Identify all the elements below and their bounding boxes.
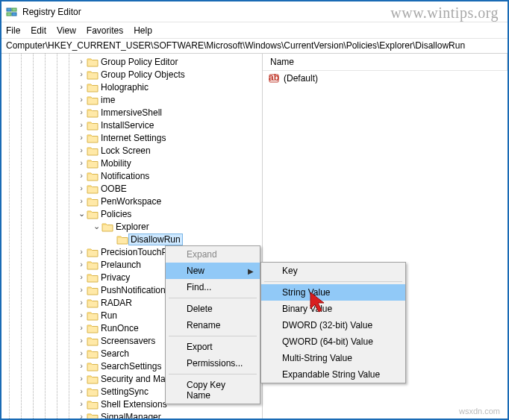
ctx-find[interactable]: Find...	[166, 279, 260, 295]
tree-node-label: Search	[101, 348, 129, 359]
chevron-right-icon[interactable]: ›	[76, 146, 87, 154]
ctx-new-string[interactable]: String Value	[261, 284, 405, 301]
tree-node[interactable]: ›Mobility	[1, 157, 262, 169]
tree-node[interactable]: ⌄Policies	[1, 207, 262, 220]
chevron-right-icon[interactable]: ›	[76, 324, 87, 332]
tree-node-label: SearchSettings	[101, 361, 161, 372]
tree-node[interactable]: ›InstallService	[1, 119, 262, 131]
ctx-new-key[interactable]: Key	[261, 263, 405, 279]
tree-node[interactable]: ›Internet Settings	[1, 131, 262, 144]
ctx-new-qword64[interactable]: QWORD (64-bit) Value	[261, 333, 405, 350]
submenu-arrow-icon: ▶	[248, 267, 254, 275]
tree-node-label: InstallService	[101, 120, 154, 131]
tree-node[interactable]: ›Lock Screen	[1, 144, 262, 157]
chevron-right-icon[interactable]: ›	[76, 400, 87, 408]
chevron-right-icon[interactable]: ›	[76, 184, 87, 192]
tree-node-label: PenWorkspace	[101, 196, 161, 207]
context-menu-new: Key String Value Binary Value DWORD (32-…	[260, 262, 406, 383]
tree-node[interactable]: ›Group Policy Editor	[1, 55, 262, 68]
menu-favorites[interactable]: Favorites	[87, 25, 123, 36]
menu-edit[interactable]: Edit	[31, 25, 46, 36]
tree-node-label: Privacy	[101, 272, 130, 283]
chevron-right-icon[interactable]: ›	[76, 83, 87, 91]
tree-node-label: Group Policy Objects	[101, 69, 185, 80]
chevron-right-icon[interactable]: ›	[76, 197, 87, 205]
folder-icon	[87, 310, 99, 321]
svg-rect-1	[12, 8, 16, 11]
folder-icon	[87, 399, 99, 410]
tree-node-label: PushNotifications	[101, 285, 170, 295]
tree-node[interactable]: ›Group Policy Objects	[1, 68, 262, 81]
tree-node-label: Explorer	[116, 222, 149, 232]
tree-node-label: SettingSync	[101, 386, 149, 397]
folder-icon	[87, 323, 99, 333]
tree-node[interactable]: ›OOBE	[1, 182, 262, 195]
tree-node[interactable]: ›SignalManager	[1, 410, 262, 419]
chevron-right-icon[interactable]: ›	[76, 57, 87, 66]
chevron-right-icon[interactable]: ›	[76, 159, 87, 167]
svg-rect-0	[7, 8, 11, 11]
folder-icon	[87, 107, 99, 118]
ctx-new-expstring[interactable]: Expandable String Value	[261, 366, 405, 383]
chevron-right-icon[interactable]: ›	[76, 108, 87, 116]
tree-node-label: Notifications	[101, 171, 149, 181]
address-bar[interactable]: Computer\HKEY_CURRENT_USER\SOFTWARE\Micr…	[1, 39, 508, 54]
chevron-right-icon[interactable]: ›	[76, 349, 87, 357]
chevron-down-icon[interactable]: ⌄	[76, 210, 87, 218]
chevron-right-icon[interactable]: ›	[76, 387, 87, 395]
tree-node[interactable]: ›Notifications	[1, 169, 262, 182]
tree-node-label: ime	[101, 95, 115, 105]
menu-view[interactable]: View	[57, 25, 76, 36]
value-row-default[interactable]: ab (Default)	[263, 71, 508, 86]
ctx-new-label: New	[187, 266, 204, 276]
separator	[169, 374, 257, 374]
chevron-right-icon[interactable]: ›	[76, 336, 87, 345]
chevron-right-icon[interactable]: ›	[76, 95, 87, 104]
ctx-permissions[interactable]: Permissions...	[166, 355, 260, 372]
folder-icon	[87, 145, 99, 156]
tree-node[interactable]: ›Holographic	[1, 81, 262, 93]
ctx-copy-key-name[interactable]: Copy Key Name	[166, 377, 260, 404]
tree-node[interactable]: ⌄Explorer	[1, 220, 262, 233]
chevron-right-icon[interactable]: ›	[76, 413, 87, 419]
chevron-right-icon[interactable]: ›	[76, 298, 87, 307]
ctx-new-binary[interactable]: Binary Value	[261, 301, 405, 317]
folder-icon	[87, 374, 99, 384]
tree-node-label: Shell Extensions	[101, 399, 167, 410]
ctx-rename[interactable]: Rename	[166, 317, 260, 333]
ctx-expand[interactable]: Expand	[166, 246, 260, 263]
tree-node-label: Run	[101, 310, 117, 321]
tree-node-label: Policies	[101, 209, 131, 219]
folder-icon	[102, 222, 113, 232]
chevron-right-icon[interactable]: ›	[76, 260, 87, 269]
chevron-right-icon[interactable]: ›	[76, 134, 87, 142]
tree-node-label: DisallowRun	[128, 233, 183, 245]
tree-node[interactable]: DisallowRun	[1, 233, 262, 245]
folder-icon	[87, 361, 99, 372]
ctx-delete[interactable]: Delete	[166, 301, 260, 317]
chevron-right-icon[interactable]: ›	[76, 273, 87, 281]
tree-node[interactable]: ›ime	[1, 93, 262, 106]
chevron-right-icon[interactable]: ›	[76, 121, 87, 129]
chevron-right-icon[interactable]: ›	[76, 172, 87, 180]
chevron-right-icon[interactable]: ›	[76, 374, 87, 383]
chevron-down-icon[interactable]: ⌄	[91, 222, 102, 231]
titlebar: Registry Editor	[1, 1, 508, 22]
chevron-right-icon[interactable]: ›	[76, 70, 87, 78]
ctx-new-dword32[interactable]: DWORD (32-bit) Value	[261, 317, 405, 333]
ctx-new[interactable]: New▶	[166, 263, 260, 279]
ctx-export[interactable]: Export	[166, 339, 260, 355]
column-name[interactable]: Name	[263, 54, 508, 70]
chevron-right-icon[interactable]: ›	[76, 248, 87, 256]
folder-icon	[87, 184, 99, 194]
menu-file[interactable]: File	[6, 25, 20, 36]
chevron-right-icon[interactable]: ›	[76, 286, 87, 294]
chevron-right-icon[interactable]: ›	[76, 362, 87, 370]
separator	[169, 336, 257, 336]
tree-node[interactable]: ›PenWorkspace	[1, 195, 262, 207]
menu-help[interactable]: Help	[134, 25, 152, 36]
tree-node[interactable]: ›ImmersiveShell	[1, 106, 262, 119]
folder-icon	[87, 158, 99, 169]
ctx-new-multistring[interactable]: Multi-String Value	[261, 350, 405, 366]
chevron-right-icon[interactable]: ›	[76, 311, 87, 319]
